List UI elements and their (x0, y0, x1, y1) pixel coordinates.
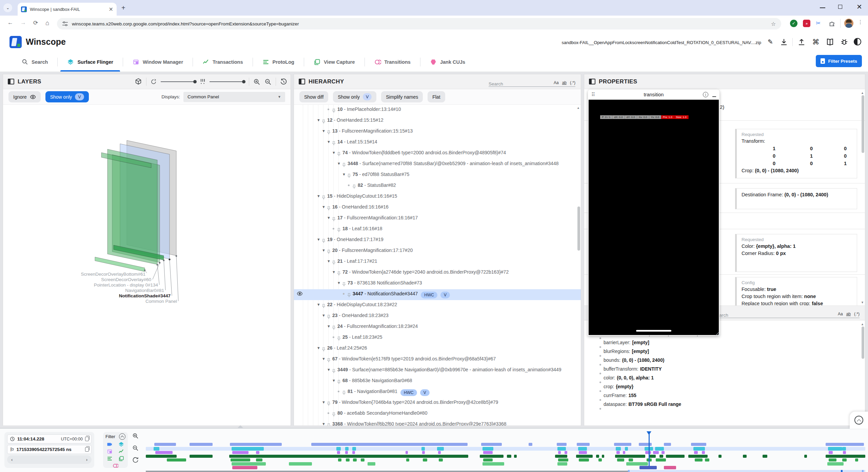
trace-segment-window-manager[interactable] (829, 451, 833, 454)
copy-icon[interactable] (85, 437, 89, 441)
overview-tick[interactable] (862, 470, 864, 472)
hierarchy-tree-row[interactable]: ▼3449 - Surface(name=885b63e NavigationB… (294, 365, 581, 376)
trace-segment-transitions[interactable] (664, 466, 676, 469)
resize-handle-icon[interactable] (715, 331, 719, 335)
extension-red-icon[interactable]: » (803, 20, 810, 27)
match-word-icon[interactable]: ab (846, 312, 851, 316)
tab-jank-cujs[interactable]: Jank CUJs (420, 52, 475, 72)
trace-segment-protolog[interactable] (361, 458, 364, 461)
trace-segment-screen-recording[interactable] (655, 447, 664, 451)
download-icon[interactable] (780, 38, 788, 46)
trace-segment-screen-recording[interactable] (352, 447, 356, 451)
layer-label[interactable]: Common Panel (145, 299, 177, 304)
hierarchy-tree-row[interactable]: 18 - Leaf:16:16#18 (294, 224, 581, 235)
pin-icon[interactable] (321, 119, 326, 124)
expand-arrow-icon[interactable]: ▼ (321, 419, 327, 426)
trace-segment-surface-flinger[interactable] (577, 443, 590, 446)
collapse-panel-icon[interactable] (299, 79, 305, 84)
properties-search-input[interactable] (714, 313, 838, 318)
tab-close-icon[interactable]: ✕ (109, 6, 113, 13)
trace-segment-window-manager[interactable] (422, 451, 425, 454)
surface-flinger-trace-icon[interactable] (118, 441, 124, 447)
expand-arrow-icon[interactable]: ▼ (326, 322, 332, 331)
trace-segment-surface-flinger[interactable] (826, 443, 864, 446)
pin-icon[interactable] (327, 315, 331, 319)
shortcuts-icon[interactable]: ⌘ (812, 38, 820, 46)
hierarchy-tree-row[interactable]: ▼23 - OneHanded:18:23#23 (294, 311, 581, 322)
expand-arrow-icon[interactable]: ▼ (331, 376, 337, 385)
expand-arrow-icon[interactable]: ▼ (316, 192, 321, 200)
pin-icon[interactable] (337, 228, 341, 232)
extension-check-icon[interactable]: ✓ (790, 20, 797, 27)
trace-segment-window-manager[interactable] (645, 451, 651, 454)
hierarchy-tree-row[interactable]: ▼26 - Leaf:24:25#26 (294, 343, 581, 354)
trace-segment-protolog[interactable] (829, 458, 836, 461)
pin-icon[interactable] (321, 239, 326, 243)
window-close-icon[interactable]: ✕ (856, 3, 862, 11)
trace-segment-transactions[interactable] (229, 455, 468, 458)
home-icon[interactable]: ⌂ (45, 19, 49, 27)
trace-segment-window-manager[interactable] (406, 451, 408, 454)
pin-icon[interactable] (327, 423, 331, 426)
property-row[interactable]: currFrame:155 (584, 391, 865, 400)
pin-icon[interactable] (332, 369, 336, 373)
trace-segment-window-manager[interactable] (623, 451, 625, 454)
expand-arrow-icon[interactable]: ▼ (321, 202, 327, 211)
pin-icon[interactable] (332, 141, 336, 145)
trace-segment-view-capture[interactable] (232, 462, 266, 466)
pin-icon[interactable] (332, 109, 336, 113)
trace-segment-window-manager[interactable] (579, 451, 587, 454)
property-row[interactable]: bufferTransform:IDENTITY (584, 365, 865, 373)
trace-segment-protolog[interactable] (346, 458, 350, 461)
trace-segment-protolog[interactable] (855, 458, 858, 461)
edit-icon[interactable]: ✎ (766, 38, 774, 46)
extensions-puzzle-icon[interactable] (829, 20, 836, 27)
scroll-up-icon[interactable]: ▲ (861, 91, 864, 95)
expand-arrow-icon[interactable]: ▼ (321, 246, 327, 255)
hierarchy-tree-row[interactable]: 25 - Leaf:18:23#25 (294, 333, 581, 343)
new-tab-button[interactable]: + (121, 4, 125, 12)
window-minimize-icon[interactable] (820, 5, 825, 8)
property-row[interactable]: barrierLayer:[empty] (584, 338, 865, 347)
trace-segment-transactions[interactable] (146, 455, 177, 458)
trace-segment-protolog[interactable] (695, 458, 703, 461)
pin-icon[interactable] (332, 217, 336, 221)
trace-segment-transition-active[interactable] (639, 466, 657, 469)
hierarchy-tree-row[interactable]: 81 - NavigationBar0#81HWCV (294, 387, 581, 398)
window-restore-icon[interactable] (838, 5, 842, 9)
trace-segment-protolog[interactable] (705, 458, 709, 461)
filter-presets-button[interactable]: Filter Presets (816, 55, 862, 67)
pin-icon[interactable] (321, 347, 326, 352)
hierarchy-tree-row[interactable]: ▼75 - ed70f88 StatusBar#75 (294, 170, 581, 181)
trace-segment-protolog[interactable] (656, 458, 666, 461)
hierarchy-tree-row[interactable]: ▼22 - HideDisplayCutout:18:23#22 (294, 300, 581, 311)
pin-icon[interactable] (337, 152, 341, 156)
tab-protolog[interactable]: ProtoLog (253, 52, 304, 72)
layer-label[interactable]: NavigationBar0#81 (125, 288, 164, 293)
trace-segment-surface-flinger[interactable] (557, 443, 567, 446)
trace-segment-screen-recording[interactable] (578, 447, 587, 451)
trace-segment-transactions[interactable] (596, 455, 599, 458)
property-row[interactable]: blurRegions:[empty] (584, 347, 865, 356)
trace-segment-transactions[interactable] (659, 455, 663, 458)
overview-selection[interactable] (629, 470, 865, 472)
timestamp-field[interactable]: ⚐ 1715339054227572545 ns (7, 445, 92, 454)
pin-icon[interactable] (332, 260, 336, 265)
hierarchy-tree-row[interactable]: ▼16 - OneHanded:16:16#16 (294, 202, 581, 213)
hierarchy-tree-row[interactable]: ▼72 - WindowToken{a2746de type=2040 andr… (294, 268, 581, 278)
trace-segment-screen-recording[interactable] (616, 447, 621, 451)
layers-3d-canvas[interactable]: ScreenDecorOverlayBottom#61 ScreenDecorO… (3, 105, 291, 426)
trace-segment-transitions[interactable] (232, 466, 257, 469)
expand-arrow-icon[interactable]: ▼ (316, 343, 321, 352)
pin-icon[interactable] (337, 380, 341, 384)
scroll-up-icon[interactable]: ▲ (861, 322, 864, 326)
transitions-trace-icon[interactable] (113, 463, 118, 469)
trace-segment-screen-recording[interactable] (842, 447, 846, 451)
expand-arrow-icon[interactable]: ▼ (341, 170, 347, 179)
trace-segment-surface-flinger[interactable] (481, 443, 502, 446)
show-only-v-button[interactable]: Show only V (45, 91, 89, 102)
trace-segment-protolog[interactable] (629, 458, 633, 461)
trace-segment-window-manager[interactable] (155, 451, 173, 454)
pin-icon[interactable] (327, 401, 331, 406)
trace-segment-screen-recording[interactable] (557, 447, 566, 451)
